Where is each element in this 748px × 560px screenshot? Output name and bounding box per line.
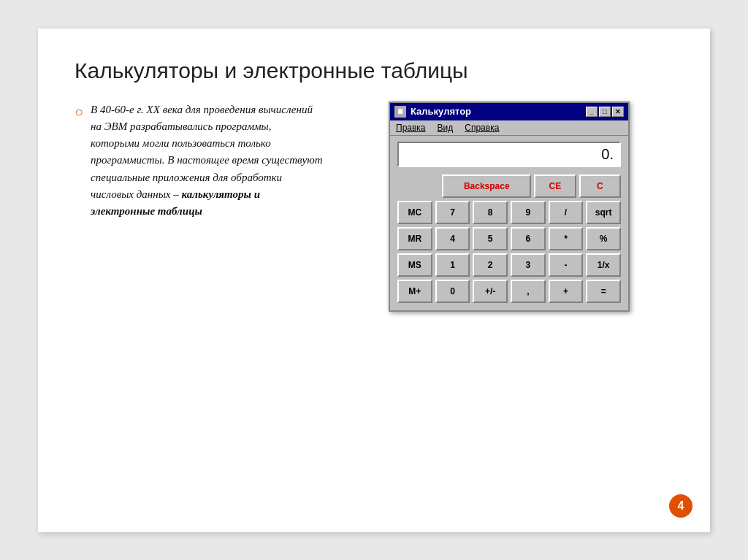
btn-8[interactable]: 8 [473,201,508,224]
btn-equals[interactable]: = [586,280,621,303]
calculator-column: 🖩 Калькулятор _ □ ✕ Правка Вид Справка 0 [345,101,673,503]
titlebar-buttons: _ □ ✕ [586,107,624,117]
display-area: 0. [390,136,628,170]
titlebar: 🖩 Калькулятор _ □ ✕ [390,103,628,120]
bullet-item: ○ В 40-60-е г. XX века для проведения вы… [75,101,323,220]
menu-pravka[interactable]: Правка [396,123,426,133]
minimize-button[interactable]: _ [586,107,598,117]
mplus-button[interactable]: M+ [397,280,432,303]
btn-7[interactable]: 7 [435,201,470,224]
mr-button[interactable]: MR [397,227,432,250]
button-row-1: Backspace CE C [397,174,621,198]
menubar: Правка Вид Справка [390,120,628,136]
btn-5[interactable]: 5 [473,227,508,250]
btn-9[interactable]: 9 [511,201,546,224]
button-grid: Backspace CE C MC 7 8 9 / sqrt [390,170,628,310]
title-left: 🖩 Калькулятор [394,106,471,118]
menu-vid[interactable]: Вид [438,123,454,133]
mc-button[interactable]: MC [397,201,432,224]
btn-6[interactable]: 6 [511,227,546,250]
btn-add[interactable]: + [549,280,584,303]
slide-content: ○ В 40-60-е г. XX века для проведения вы… [75,101,673,503]
btn-2[interactable]: 2 [473,253,508,277]
backspace-button[interactable]: Backspace [442,174,531,198]
btn-divide[interactable]: / [549,201,584,224]
btn-decimal[interactable]: , [511,280,546,303]
bullet-text-normal: В 40-60-е г. XX века для проведения вычи… [91,104,323,200]
btn-subtract[interactable]: - [549,253,584,277]
close-button[interactable]: ✕ [612,107,624,117]
text-column: ○ В 40-60-е г. XX века для проведения вы… [75,101,323,503]
maximize-button[interactable]: □ [599,107,611,117]
btn-sqrt[interactable]: sqrt [586,201,621,224]
btn-0[interactable]: 0 [435,280,470,303]
page-number: 4 [669,494,692,518]
btn-plusminus[interactable]: +/- [473,280,508,303]
btn-percent[interactable]: % [586,227,621,250]
display-value: 0. [397,142,621,167]
c-button[interactable]: C [579,174,621,198]
btn-4[interactable]: 4 [435,227,470,250]
page-title: Калькуляторы и электронные таблицы [75,58,673,84]
button-row-4: MS 1 2 3 - 1/x [397,253,621,277]
button-row-5: M+ 0 +/- , + = [397,280,621,303]
bullet-text: В 40-60-е г. XX века для проведения вычи… [91,101,323,220]
button-row-2: MC 7 8 9 / sqrt [397,201,621,224]
btn-1[interactable]: 1 [435,253,470,277]
ce-button[interactable]: CE [534,174,576,198]
button-row-3: MR 4 5 6 * % [397,227,621,250]
btn-reciprocal[interactable]: 1/x [586,253,621,277]
ms-button[interactable]: MS [397,253,432,277]
slide: Калькуляторы и электронные таблицы ○ В 4… [38,28,710,532]
btn-3[interactable]: 3 [511,253,546,277]
calculator-window: 🖩 Калькулятор _ □ ✕ Правка Вид Справка 0 [389,101,630,312]
bullet-marker: ○ [75,104,83,220]
menu-spravka[interactable]: Справка [465,123,499,133]
calc-icon: 🖩 [394,106,406,118]
window-title: Калькулятор [411,106,471,117]
btn-multiply[interactable]: * [549,227,584,250]
